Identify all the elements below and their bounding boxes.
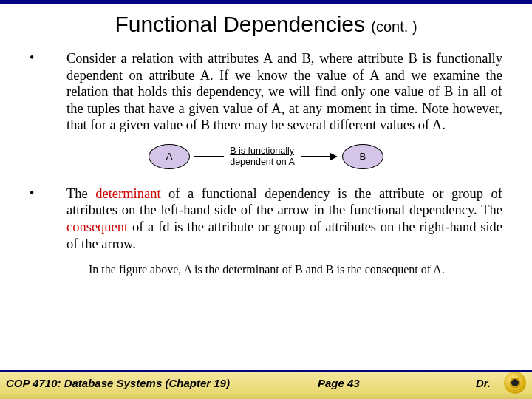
title-main: Functional Dependencies [115,12,371,36]
p2-consequent: consequent [66,219,128,234]
arrow-line-right [301,156,330,157]
bullet-item-2: • The determinant of a functional depend… [30,185,502,252]
bullet-item-1: • Consider a relation with attributes A … [30,50,502,134]
arrow-line-left [194,156,224,157]
footer-bottom-strip [0,393,532,399]
arrow-label-line2: dependent on A [230,157,295,167]
header-bar [0,0,532,4]
slide-body: • Consider a relation with attributes A … [0,50,532,277]
p2-post: of a fd is the attribute or group of att… [66,219,502,251]
ucf-logo-icon [504,372,526,394]
arrow-label: B is functionally dependent on A [230,146,295,167]
title-cont: (cont. ) [371,18,417,35]
ellipse-b: B [342,144,383,169]
paragraph-2: The determinant of a functional dependen… [66,185,502,252]
sub-bullet-marker: – [59,262,89,277]
p2-pre: The [66,186,95,201]
bullet-marker: • [30,50,66,134]
ellipse-a: A [149,144,190,169]
slide-title: Functional Dependencies (cont. ) [0,12,532,37]
arrow-label-line1: B is functionally [230,146,294,156]
p2-determinant: determinant [95,186,160,201]
footer-course: COP 4710: Database Systems (Chapter 19) [6,377,230,389]
footer-content: COP 4710: Database Systems (Chapter 19) … [0,372,532,393]
arrow-group: B is functionally dependent on A [194,146,338,167]
sub-paragraph: In the figure above, A is the determinan… [89,262,445,277]
fd-diagram: A B is functionally dependent on A B [30,144,502,169]
paragraph-1: Consider a relation with attributes A an… [66,50,502,134]
slide-footer: COP 4710: Database Systems (Chapter 19) … [0,370,532,399]
footer-page: Page 43 [318,377,360,389]
sub-bullet-item: – In the figure above, A is the determin… [59,262,502,277]
arrow-head-icon [330,153,338,160]
bullet-marker: • [30,185,66,252]
footer-author: Dr. [476,377,491,389]
